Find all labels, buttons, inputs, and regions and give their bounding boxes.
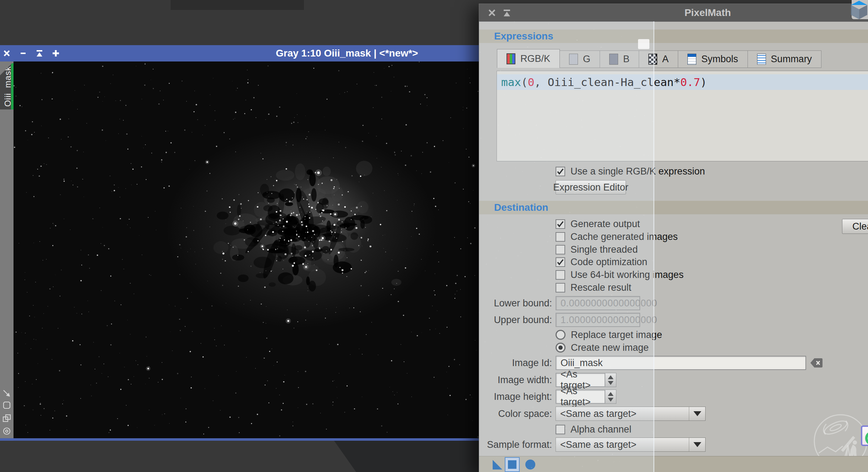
image-window-bottom-border [0,438,479,441]
fit-frame-icon[interactable] [2,400,12,410]
checkbox-checked[interactable] [556,257,565,267]
checkbox-unchecked[interactable] [556,245,565,254]
code-optimization-option[interactable]: Code optimization [556,257,647,267]
image-id-label: Image Id: [479,356,552,370]
spin-down-icon[interactable] [608,398,614,402]
destination-section-header: Destination [479,201,868,214]
alpha-channel-option[interactable]: Alpha channel [556,424,631,435]
image-window-titlebar[interactable]: Gray 1:10 Oiii_mask | <*new*> [0,45,479,61]
new-instance-triangle-icon[interactable] [493,460,502,470]
radio-selected[interactable] [556,343,566,353]
tab-summary[interactable]: Summary [748,50,822,68]
single-threaded-option[interactable]: Single threaded [556,244,638,255]
image-width-spinner[interactable] [605,373,616,387]
pixelmath-expression: max(0, Oiii_clean-Ha_clean*0.7) [501,74,707,90]
tab-symbols[interactable]: Symbols [678,50,748,68]
image-window-title: Gray 1:10 Oiii_mask | <*new*> [276,45,418,61]
minimize-icon[interactable] [19,49,27,57]
tab-g[interactable]: G [560,50,600,68]
green-channel-icon [569,54,578,65]
chevron-down-icon [693,442,701,447]
close-icon[interactable] [488,9,496,17]
rgb-channels-icon [507,53,515,64]
clear-text-backspace-icon[interactable] [810,358,823,368]
expression-editor-area[interactable]: max(0, Oiii_clean-Ha_clean*0.7) [497,71,868,161]
workspace-cube-icon [850,0,868,20]
color-space-dropdown[interactable]: <Same as target> [556,407,706,421]
sample-format-row: Sample format: <Same as target> [479,438,868,452]
sample-format-dropdown[interactable]: <Same as target> [556,438,706,452]
color-space-label: Color space: [479,407,552,421]
checkbox-checked[interactable] [556,167,565,176]
clear-image-cache-button[interactable]: Clear Im [842,219,868,234]
blue-channel-icon [609,54,618,65]
image-id-row: Image Id: Oiii_mask [479,356,868,370]
active-tab-indicator [11,63,14,109]
image-width-input[interactable]: <As target> [556,373,605,387]
summary-document-icon [757,54,766,65]
spin-down-icon[interactable] [608,381,614,385]
single-rgbk-expression-option[interactable]: Use a single RGB/K expression [556,166,705,177]
diagonal-arrow-icon[interactable] [2,388,12,398]
cache-generated-images-option[interactable]: Cache generated images [556,231,678,242]
checkbox-unchecked[interactable] [556,232,565,242]
pixelmath-dialog: PixelMath Expressions RGB/K G B A [479,4,868,472]
partial-edge-icon [861,425,868,446]
image-height-spinner[interactable] [605,390,616,404]
image-side-tab-bar: Oiii_mask [0,61,14,438]
apply-square-icon[interactable] [505,457,520,472]
radio-unselected[interactable] [556,330,566,340]
alpha-checker-icon [648,54,657,65]
sample-format-label: Sample format: [479,438,552,452]
expressions-section-header: Expressions [479,30,868,43]
use-64bit-working-images-option[interactable]: Use 64-bit working images [556,269,684,280]
checkbox-unchecked[interactable] [556,283,565,293]
dialog-titlebar[interactable]: PixelMath [479,4,868,22]
image-height-label: Image height: [479,390,552,404]
hidden-window-shadow [171,0,304,10]
target-circle-icon[interactable] [2,426,12,436]
realtime-preview-circle-icon[interactable] [525,460,535,470]
zoom-icon[interactable] [52,49,60,57]
astronomical-image[interactable] [14,61,479,438]
expression-tabs: RGB/K G B A Symbols Summary [497,49,821,68]
dialog-bottom-bar [479,456,868,472]
color-space-row: Color space: <Same as target> [479,407,868,421]
pixinsight-workspace: Gray 1:10 Oiii_mask | <*new*> Oiii_mask [0,0,868,472]
workspace-cube-corner[interactable] [850,0,868,20]
image-height-row: Image height: <As target> [479,390,868,404]
replace-target-image-option[interactable]: Replace target image [556,329,662,340]
dialog-drop-shadow [334,441,479,472]
upper-bound-label: Upper bound: [479,313,552,327]
lower-bound-label: Lower bound: [479,296,552,310]
create-new-image-option[interactable]: Create new image [556,342,649,353]
lower-bound-input[interactable]: 0.0000000000000000 [556,296,640,310]
upper-bound-input[interactable]: 1.0000000000000000 [556,313,640,327]
image-side-tab[interactable]: Oiii_mask [0,63,14,109]
dialog-title: PixelMath [685,4,731,22]
upper-bound-row: Upper bound: 1.0000000000000000 [479,313,868,327]
tab-b[interactable]: B [600,50,639,68]
spin-up-icon[interactable] [608,375,614,379]
iconify-icon[interactable] [503,9,511,17]
checkbox-checked[interactable] [556,219,565,229]
lower-bound-row: Lower bound: 0.0000000000000000 [479,296,868,310]
generate-output-option[interactable]: Generate output [556,219,640,229]
duplicate-squares-icon[interactable] [2,413,12,423]
image-id-input[interactable]: Oiii_mask [556,356,806,370]
checkbox-unchecked[interactable] [556,270,565,280]
symbols-table-icon [687,54,696,65]
iconify-icon[interactable] [36,49,43,57]
image-height-input[interactable]: <As target> [556,390,605,404]
image-width-row: Image width: <As target> [479,373,868,387]
close-icon[interactable] [3,49,11,57]
image-window: Gray 1:10 Oiii_mask | <*new*> Oiii_mask [0,45,479,441]
checkbox-unchecked[interactable] [556,425,565,434]
tab-a[interactable]: A [639,50,678,68]
image-width-label: Image width: [479,373,552,387]
expression-editor-button[interactable]: Expression Editor [556,180,626,194]
spin-up-icon[interactable] [608,392,614,396]
tab-rgbk[interactable]: RGB/K [497,49,560,68]
chevron-down-icon [693,411,701,416]
rescale-result-option[interactable]: Rescale result [556,282,631,293]
